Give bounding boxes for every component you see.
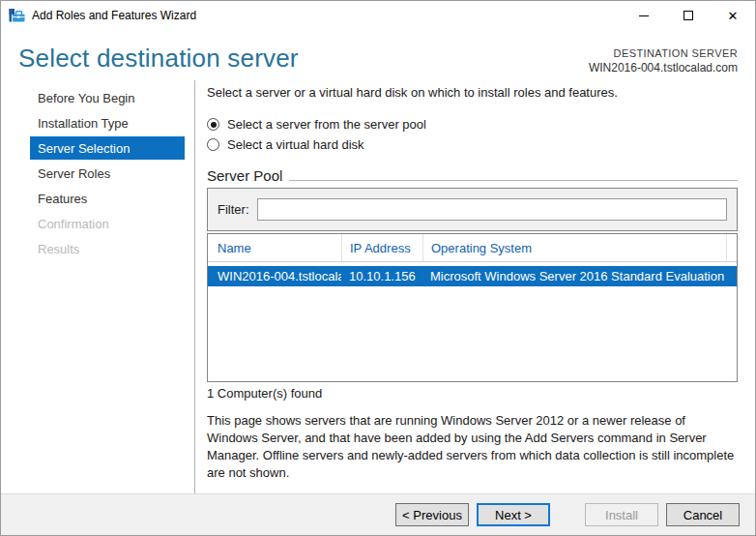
radio-select-virtual-hard-disk[interactable]: Select a virtual hard disk: [207, 134, 738, 155]
column-header-ip-address[interactable]: IP Address: [341, 234, 422, 261]
wizard-header: Select destination server DESTINATION SE…: [1, 30, 755, 80]
radio-select-server-from-pool[interactable]: Select a server from the server pool: [207, 114, 738, 134]
close-icon: ✕: [728, 10, 739, 22]
sidebar-item-server-selection[interactable]: Server Selection: [30, 136, 185, 160]
sidebar-item-server-roles[interactable]: Server Roles: [30, 162, 185, 185]
sidebar-item-installation-type[interactable]: Installation Type: [30, 111, 185, 134]
row-cell-ip: 10.10.1.156: [341, 266, 422, 286]
wizard-window: Add Roles and Features Wizard ✕ Select d…: [0, 0, 756, 536]
filter-label: Filter:: [218, 202, 249, 217]
radio-unselected-icon: [207, 138, 219, 151]
previous-button[interactable]: < Previous: [395, 503, 469, 526]
server-pool-title: Server Pool: [207, 167, 282, 184]
page-title: Select destination server: [18, 44, 299, 74]
close-button[interactable]: ✕: [711, 1, 755, 30]
install-target-radio-group: Select a server from the server pool Sel…: [207, 114, 738, 155]
title-bar: Add Roles and Features Wizard ✕: [1, 1, 755, 30]
install-button[interactable]: Install: [585, 503, 658, 526]
column-header-spacer: [726, 234, 737, 261]
main-pane: Select a server or a virtual hard disk o…: [194, 80, 755, 493]
row-cell-name: WIN2016-004.tstlocalad....: [208, 266, 341, 286]
section-rule: [289, 180, 738, 181]
next-button[interactable]: Next >: [477, 503, 550, 526]
sidebar-item-confirmation: Confirmation: [30, 212, 185, 235]
window-title: Add Roles and Features Wizard: [32, 9, 622, 22]
filter-input[interactable]: [257, 198, 728, 221]
row-cell-os: Microsoft Windows Server 2016 Standard E…: [422, 266, 726, 286]
destination-server-value: WIN2016-004.tstlocalad.com: [589, 61, 738, 74]
server-pool-table: Name IP Address Operating System WIN2016…: [207, 233, 738, 382]
intro-text: Select a server or a virtual hard disk o…: [207, 85, 738, 100]
wizard-footer: < Previous Next > Install Cancel: [1, 493, 755, 535]
cancel-button[interactable]: Cancel: [666, 503, 740, 526]
radio-selected-icon: [207, 118, 219, 131]
page-description: This page shows servers that are running…: [207, 412, 738, 482]
table-header-row: Name IP Address Operating System: [208, 234, 737, 262]
server-manager-app-icon[interactable]: [9, 8, 25, 24]
row-cell-spacer: [726, 266, 737, 286]
filter-box: Filter:: [207, 188, 738, 231]
server-pool-section-header: Server Pool: [207, 167, 738, 184]
destination-server-block: DESTINATION SERVER WIN2016-004.tstlocala…: [589, 47, 738, 74]
column-header-operating-system[interactable]: Operating System: [422, 234, 726, 261]
destination-server-label: DESTINATION SERVER: [589, 47, 738, 59]
maximize-icon: [683, 11, 693, 20]
maximize-button[interactable]: [666, 1, 711, 30]
caption-buttons: ✕: [622, 1, 755, 30]
minimize-button[interactable]: [622, 1, 666, 30]
computers-found-count: 1 Computer(s) found: [207, 386, 738, 401]
sidebar-item-features[interactable]: Features: [30, 187, 185, 210]
column-header-name[interactable]: Name: [208, 234, 341, 261]
wizard-content: Before You Begin Installation Type Serve…: [1, 80, 755, 493]
sidebar-item-results: Results: [30, 237, 185, 260]
radio-label: Select a virtual hard disk: [227, 137, 364, 152]
wizard-steps-sidebar: Before You Begin Installation Type Serve…: [30, 80, 185, 493]
minimize-icon: [639, 15, 649, 16]
table-row[interactable]: WIN2016-004.tstlocalad.... 10.10.1.156 M…: [208, 266, 737, 286]
radio-label: Select a server from the server pool: [227, 117, 426, 132]
sidebar-item-before-you-begin[interactable]: Before You Begin: [30, 86, 185, 109]
